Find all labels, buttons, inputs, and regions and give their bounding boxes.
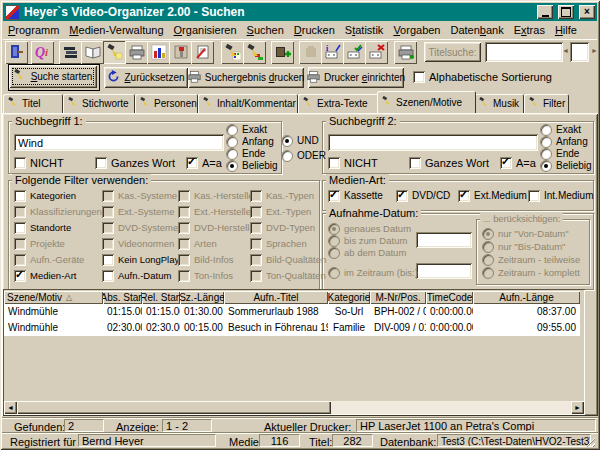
tab-musik-icon [479, 97, 490, 110]
table-cell: 00:15.00 [180, 320, 224, 336]
tab-extra-texte[interactable]: Extra-Texte [298, 94, 379, 113]
registriert-label: Registriert für [10, 436, 76, 448]
tab-szenen-motive-label: Szenen/Motive [396, 97, 462, 108]
table-cell: BPH-002 / 01 [370, 304, 426, 320]
column-header-label: Rel. Start [142, 292, 180, 303]
titel-label: Titel: [309, 436, 332, 448]
tab-personen-label: Personen [154, 98, 197, 109]
h-scrollbar-right-button[interactable]: ► [571, 401, 584, 414]
column-header-label: M-Nr/Pos. [376, 292, 421, 303]
registriert-value: Bernd Heyer [78, 434, 216, 447]
table-cell: 01:30.00 [180, 304, 224, 320]
column-header-szene-motiv[interactable]: Szene/Motiv△ [4, 291, 103, 304]
tab-szenen-motive[interactable]: Szenen/Motive [377, 91, 476, 113]
column-header-label: Kategorie [328, 292, 370, 303]
application-window: Heyer`s Video-Organizer 2.00 - Suchen × … [0, 0, 600, 450]
results-table-layer: Szene/Motiv△Abs. StartRel. StartSz.-Läng… [0, 0, 600, 450]
medien-value: 116 [259, 434, 300, 447]
column-header-aufn-titel[interactable]: Aufn.-Titel [224, 291, 328, 304]
table-cell: Sommerurlaub 1988 [224, 304, 328, 320]
column-header-label: Aufn.-Länge [499, 292, 554, 303]
h-scrollbar-left-button[interactable]: ◄ [4, 401, 17, 414]
tab-musik[interactable]: Musik [474, 94, 524, 113]
column-header-label: Abs. Start [103, 292, 142, 303]
tab-stichworte[interactable]: Stichworte [63, 94, 135, 113]
table-cell: 02:30.00 [103, 320, 142, 336]
tab-musik-label: Musik [493, 98, 519, 109]
column-header-label: TimeCode [427, 292, 473, 303]
tab-titel-label: Titel [22, 98, 41, 109]
tab-stichworte-icon [68, 97, 79, 110]
drucker-value: HP LaserJet 1100 an Petra's Compi [356, 419, 596, 432]
tab-inhalt-kommentar-icon [203, 97, 214, 110]
column-header-m-nr-pos[interactable]: M-Nr/Pos. [370, 291, 426, 304]
column-header-abs-start[interactable]: Abs. Start [103, 291, 142, 304]
column-header-aufn-laenge[interactable]: Aufn.-Länge [473, 291, 580, 304]
status-bar-2: Registriert für Bernd Heyer Medien: 116 … [2, 432, 598, 449]
sort-ascending-icon: △ [66, 293, 72, 302]
tab-stichworte-label: Stichworte [82, 98, 129, 109]
datenbank-label: Datenbank: [380, 436, 436, 448]
column-header-timecode[interactable]: TimeCode [426, 291, 473, 304]
column-header-label: Sz.-Länge [180, 292, 224, 303]
table-cell: So-Url [328, 304, 370, 320]
table-cell: DIV-009 / 01 [370, 320, 426, 336]
tab-szenen-motive-icon [382, 96, 393, 109]
h-scrollbar-thumb[interactable] [17, 401, 331, 414]
table-cell: 01:15.00 [103, 304, 142, 320]
tab-titel-icon [8, 97, 19, 110]
tab-filter[interactable]: Filter [524, 94, 569, 113]
column-header-sz-laenge[interactable]: Sz.-Länge [180, 291, 224, 304]
tab-personen[interactable]: Personen [135, 94, 198, 113]
tab-titel[interactable]: Titel [3, 94, 63, 113]
table-cell: 01:15.00 [142, 304, 180, 320]
tab-extra-texte-label: Extra-Texte [317, 98, 368, 109]
table-cell: Windmühle [4, 304, 103, 320]
column-header-rel-start[interactable]: Rel. Start [142, 291, 180, 304]
titel-value: 282 [332, 434, 373, 447]
table-cell: Windmühle [4, 320, 103, 336]
tab-inhalt-kommentar-label: Inhalt/Kommentar [217, 98, 296, 109]
anzeige-value: 1 - 2 [162, 419, 212, 432]
table-cell: Besuch in Föhrenau 1984 [224, 320, 328, 336]
tab-extra-texte-icon [303, 97, 314, 110]
table-cell: 02:30.00 [142, 320, 180, 336]
column-header-label: Szene/Motiv [7, 292, 62, 303]
table-cell: Familie [328, 320, 370, 336]
datenbank-value: Test3 (C:\Test-Daten\HVO2-Test3\) [437, 434, 591, 447]
gefunden-value: 2 [64, 419, 104, 432]
tab-inhalt-kommentar[interactable]: Inhalt/Kommentar [198, 94, 298, 113]
table-cell: 08:37.00 [473, 304, 580, 320]
column-header-label: Aufn.-Titel [253, 292, 298, 303]
tab-filter-label: Filter [543, 98, 565, 109]
table-cell: 0:00:00.00 [426, 304, 473, 320]
status-bar-1: Gefunden: 2 Anzeige: 1 - 2 Aktueller Dru… [2, 417, 598, 433]
tab-personen-icon [140, 97, 151, 110]
column-header-kategorie[interactable]: Kategorie [328, 291, 370, 304]
table-cell: 0:00:00.00 [426, 320, 473, 336]
table-cell: 09:55.00 [473, 320, 580, 336]
tab-filter-icon [529, 97, 540, 110]
